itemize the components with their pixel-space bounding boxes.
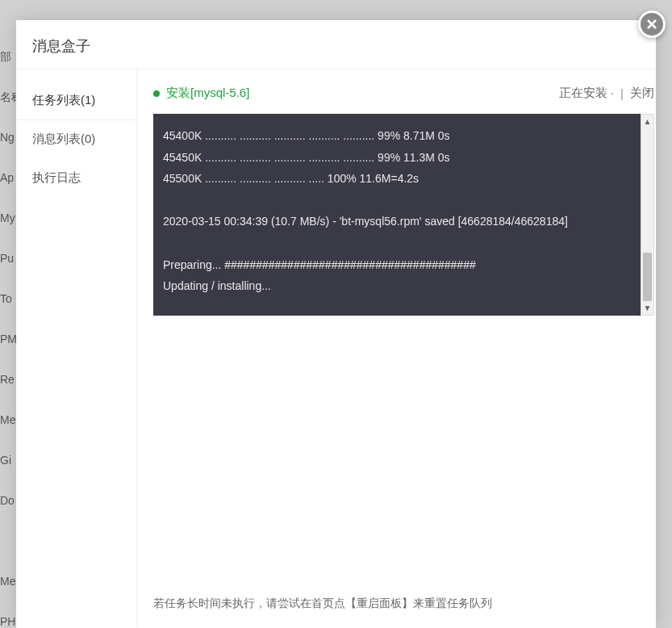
scrollbar[interactable]: ▲ ▼	[641, 114, 654, 316]
status-dot-icon	[153, 90, 160, 97]
bg-list-item: PH	[0, 605, 16, 628]
bg-list-item: PM	[0, 323, 16, 363]
task-close-button[interactable]: 关闭	[630, 86, 654, 101]
bg-list-item: Gi	[0, 444, 16, 484]
modal-title: 消息盒子	[16, 20, 656, 69]
scroll-thumb[interactable]	[643, 253, 652, 301]
sidebar-item-0[interactable]: 任务列表(1)	[16, 82, 136, 120]
bg-list-item: Me	[0, 565, 16, 605]
main-content: 安装[mysql-5.6] 正在安装 · | 关闭 45400K .......…	[137, 69, 656, 627]
bg-list-item: Do	[0, 484, 16, 525]
bg-list-item: To	[0, 283, 16, 323]
message-box-modal: 消息盒子 任务列表(1)消息列表(0)执行日志 安装[mysql-5.6] 正在…	[16, 20, 656, 628]
bg-list-item: Ng	[0, 121, 16, 161]
sidebar-item-2[interactable]: 执行日志	[16, 159, 136, 198]
close-icon	[645, 18, 658, 31]
scroll-track[interactable]	[641, 128, 653, 301]
task-title: 安装[mysql-5.6]	[166, 86, 249, 101]
scroll-up-arrow-icon[interactable]: ▲	[641, 115, 653, 128]
separator: |	[620, 86, 624, 100]
modal-close-button[interactable]	[638, 10, 666, 38]
bg-list-item: Re	[0, 363, 16, 404]
sidebar: 任务列表(1)消息列表(0)执行日志	[16, 69, 137, 627]
scroll-down-arrow-icon[interactable]: ▼	[641, 301, 653, 315]
sidebar-item-1[interactable]: 消息列表(0)	[16, 120, 136, 159]
footer-tip: 若任务长时间未执行，请尝试在首页点【重启面板】来重置任务队列	[153, 597, 492, 611]
bg-list-item: Me	[0, 404, 16, 444]
bg-list-item: 部	[0, 40, 16, 81]
bg-list-item: Pu	[0, 242, 16, 283]
bg-list-item	[0, 525, 16, 565]
terminal-output: 45400K .......... .......... .......... …	[153, 114, 641, 316]
task-status[interactable]: 正在安装 ·	[559, 86, 614, 101]
bg-list-item: Ap	[0, 161, 16, 202]
bg-list-item: 名称	[0, 81, 16, 121]
bg-list-item: My	[0, 202, 16, 242]
